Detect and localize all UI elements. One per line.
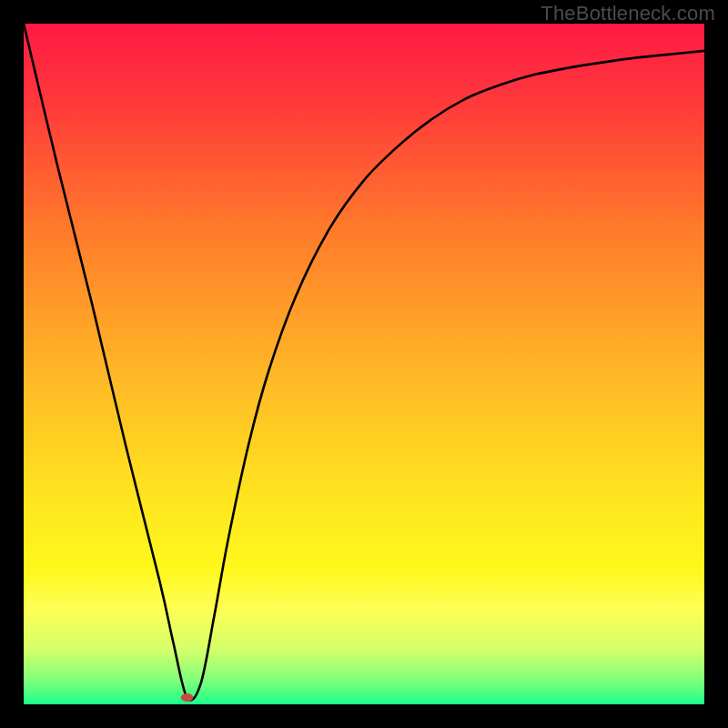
- bottleneck-curve: [24, 24, 704, 704]
- plot-area: [24, 24, 704, 704]
- minimum-marker: [181, 693, 193, 702]
- chart-frame: TheBottleneck.com: [0, 0, 728, 728]
- watermark-text: TheBottleneck.com: [541, 2, 715, 25]
